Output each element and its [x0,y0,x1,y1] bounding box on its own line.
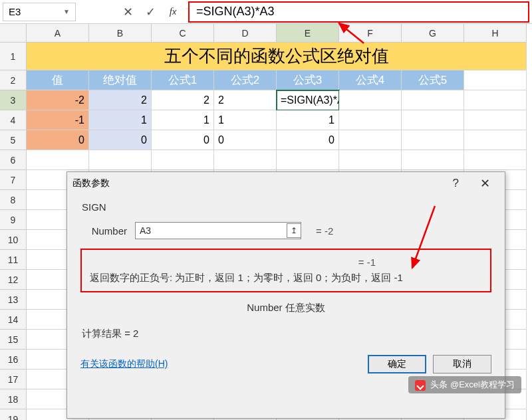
row-header[interactable]: 6 [0,150,27,170]
cell[interactable]: 0 [27,130,89,150]
header-cell[interactable]: 公式5 [402,70,464,90]
cancel-button[interactable]: 取消 [433,355,491,373]
chevron-down-icon[interactable]: ▼ [63,8,70,15]
cell[interactable]: 0 [214,130,277,150]
cell[interactable]: 0 [152,130,214,150]
cell[interactable] [464,90,527,110]
row-header[interactable]: 14 [0,310,27,330]
row-header[interactable]: 7 [0,170,27,190]
argument-description: Number 任意实数 [80,302,491,314]
cell[interactable] [339,90,402,110]
row-header[interactable]: 5 [0,130,27,150]
formula-input[interactable]: =SIGN(A3)*A3 [188,1,529,23]
row-header[interactable]: 2 [0,70,27,90]
header-cell[interactable]: 公式1 [152,70,214,90]
header-cell[interactable]: 绝对值 [89,70,152,90]
cell[interactable]: 1 [89,110,152,130]
cell[interactable]: 2 [89,90,152,110]
cell[interactable]: 1 [214,110,277,130]
cell[interactable] [464,70,527,90]
col-header[interactable]: G [402,24,464,43]
dialog-title: 函数参数 [72,177,110,189]
cell[interactable]: 1 [152,110,214,130]
row-header[interactable]: 19 [0,409,27,420]
name-box-value: E3 [9,6,21,17]
help-link[interactable]: 有关该函数的帮助(H) [80,358,168,370]
cell[interactable] [402,130,464,150]
result-preview: = -1 [90,257,482,268]
cell[interactable] [464,110,527,130]
cell[interactable] [89,150,152,170]
row-header[interactable]: 8 [0,190,27,210]
cell[interactable] [464,150,527,170]
cell[interactable]: 0 [89,130,152,150]
row-header[interactable]: 4 [0,110,27,130]
cell[interactable] [339,130,402,150]
watermark-text: 头条 @Excel教程学习 [430,379,515,389]
cell[interactable] [402,90,464,110]
formula-text: =SIGN(A3)*A3 [196,5,275,19]
col-header[interactable]: E [277,24,339,43]
row-header[interactable]: 16 [0,350,27,369]
function-description: 返回数字的正负号: 为正时，返回 1；为零时，返回 0；为负时，返回 -1 [90,272,482,284]
toutiao-logo-icon [415,380,426,391]
collapse-dialog-icon[interactable]: ↥ [287,223,301,238]
arg-label: Number [80,225,127,237]
name-box[interactable]: E3 ▼ [3,3,76,21]
col-header[interactable]: C [152,24,214,43]
header-cell[interactable]: 公式2 [214,70,277,90]
cell[interactable] [152,150,214,170]
row-header[interactable]: 15 [0,330,27,350]
arg-input-value: A3 [140,225,296,236]
col-header[interactable]: H [464,24,527,43]
row-header[interactable]: 9 [0,210,27,230]
cell[interactable]: -1 [27,110,89,130]
cell[interactable] [27,150,89,170]
cancel-formula-icon[interactable]: ✕ [118,3,138,21]
row-header[interactable]: 12 [0,270,27,290]
row-header[interactable]: 17 [0,369,27,389]
header-cell[interactable]: 值 [27,70,89,90]
cell[interactable]: 1 [277,110,339,130]
select-all-corner[interactable] [0,24,27,43]
row-header[interactable]: 10 [0,230,27,250]
cell[interactable] [339,150,402,170]
cell[interactable]: 0 [277,130,339,150]
help-icon[interactable]: ? [441,177,471,190]
row-header[interactable]: 3 [0,90,27,110]
cell[interactable] [402,110,464,130]
title-cell[interactable]: 五个不同的函数公式区绝对值 [27,43,527,70]
description-highlight: = -1 返回数字的正负号: 为正时，返回 1；为零时，返回 0；为负时，返回 … [80,249,491,292]
accept-formula-icon[interactable]: ✓ [140,3,160,21]
formula-bar: E3 ▼ ✕ ✓ fx =SIGN(A3)*A3 [0,0,532,24]
cell[interactable] [464,130,527,150]
watermark: 头条 @Excel教程学习 [408,376,521,393]
arg-input[interactable]: A3 [135,222,301,239]
cell[interactable] [339,110,402,130]
function-name: SIGN [82,201,491,213]
header-cell[interactable]: 公式3 [277,70,339,90]
row-header[interactable]: 13 [0,290,27,310]
row-header[interactable]: 18 [0,389,27,409]
col-header[interactable]: A [27,24,89,43]
cell[interactable] [214,150,277,170]
cell[interactable] [277,150,339,170]
cell[interactable] [402,150,464,170]
header-cell[interactable]: 公式4 [339,70,402,90]
close-icon[interactable]: ✕ [471,176,499,191]
calculation-result: 计算结果 = 2 [82,328,490,340]
row-header[interactable]: 1 [0,43,27,70]
cell[interactable]: -2 [27,90,89,110]
cell[interactable]: 2 [152,90,214,110]
active-cell[interactable]: =SIGN(A3)*A3 [277,90,339,110]
fx-icon[interactable]: fx [163,3,183,21]
col-header[interactable]: B [89,24,152,43]
ok-button[interactable]: 确定 [368,355,426,373]
col-header[interactable]: D [214,24,277,43]
row-header[interactable]: 11 [0,250,27,270]
dialog-titlebar[interactable]: 函数参数 ? ✕ [67,172,505,195]
arg-evaluation: = -2 [316,225,333,237]
col-header[interactable]: F [339,24,402,43]
cell[interactable]: 2 [214,90,277,110]
